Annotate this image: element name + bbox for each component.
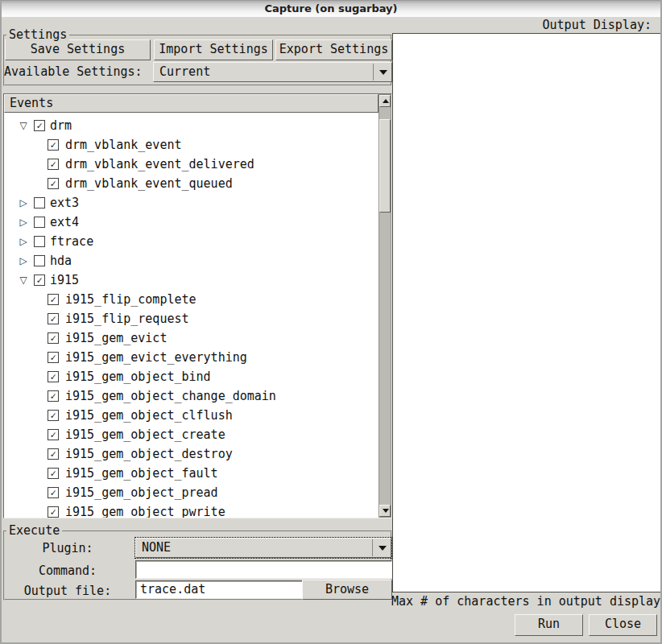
event-tree-row[interactable]: ✓ i915_flip_complete — [4, 290, 379, 309]
expander-icon[interactable]: ▷ — [18, 197, 29, 208]
expander-icon[interactable]: ▷ — [18, 255, 29, 266]
event-tree-row[interactable]: ✓ drm_vblank_event_delivered — [4, 155, 379, 174]
plugin-combobox[interactable]: NONE — [135, 538, 391, 558]
scroll-up-button[interactable] — [379, 95, 391, 107]
event-checkbox[interactable]: ✓ — [48, 371, 59, 382]
event-label: i915 — [50, 273, 79, 287]
event-checkbox[interactable]: ✓ — [34, 275, 45, 286]
scrollbar-thumb[interactable] — [379, 119, 391, 213]
event-label: i915_gem_evict_everything — [65, 350, 247, 365]
plugin-value: NONE — [142, 539, 171, 556]
event-tree-row[interactable]: ✓ i915_gem_object_destroy — [4, 444, 379, 464]
event-checkbox[interactable] — [34, 197, 45, 208]
event-label: i915_gem_evict — [65, 331, 167, 345]
event-tree-row[interactable]: ✓ i915_gem_object_change_domain — [4, 386, 379, 406]
event-checkbox[interactable]: ✓ — [48, 139, 59, 151]
event-checkbox[interactable]: ✓ — [48, 410, 59, 421]
event-checkbox[interactable] — [34, 217, 45, 228]
plugin-dropdown-arrow-zone — [372, 539, 391, 556]
event-checkbox[interactable] — [34, 255, 45, 266]
settings-frame-label: Settings — [6, 28, 69, 41]
output-display-label: Output Display: — [404, 19, 652, 32]
output-display-textview[interactable] — [392, 33, 660, 592]
event-tree-row[interactable]: ✓ i915_flip_request — [4, 309, 379, 328]
export-settings-button[interactable]: Export Settings — [275, 39, 392, 60]
event-label: i915_gem_object_fault — [65, 466, 218, 481]
event-checkbox[interactable]: ✓ — [48, 294, 59, 305]
event-checkbox[interactable]: ✓ — [48, 448, 59, 460]
event-checkbox[interactable]: ✓ — [48, 390, 59, 402]
event-checkbox[interactable]: ✓ — [48, 487, 59, 498]
import-settings-button[interactable]: Import Settings — [154, 39, 273, 60]
max-chars-label: Max # of characters in output display — [391, 595, 660, 609]
event-checkbox[interactable]: ✓ — [48, 178, 59, 189]
event-label: ext4 — [50, 215, 79, 229]
available-settings-value: Current — [159, 63, 210, 80]
execute-frame-label: Execute — [6, 524, 62, 537]
event-label: i915_gem_object_create — [65, 427, 225, 442]
window-title: Capture (on sugarbay) — [264, 2, 397, 14]
event-tree-row[interactable]: ✓ i915_gem_object_clflush — [4, 406, 379, 425]
event-label: drm_vblank_event_queued — [65, 176, 233, 191]
event-label: i915_flip_complete — [65, 292, 197, 307]
event-tree-row[interactable]: ✓ i915_gem_evict — [4, 328, 379, 348]
event-checkbox[interactable]: ✓ — [48, 429, 59, 440]
expander-icon[interactable]: ▷ — [18, 236, 29, 247]
event-checkbox[interactable] — [34, 236, 45, 247]
run-button[interactable]: Run — [515, 614, 583, 636]
event-tree-row[interactable]: ▷ ext4 — [4, 213, 379, 232]
event-tree-row[interactable]: ▷ ext3 — [4, 193, 379, 213]
event-tree-row[interactable]: ✓ i915_gem_object_pread — [4, 483, 379, 502]
available-settings-combobox[interactable]: Current — [153, 62, 392, 82]
event-label: ftrace — [50, 234, 93, 249]
output-file-input[interactable]: trace.dat — [135, 580, 303, 599]
browse-button[interactable]: Browse — [302, 580, 392, 600]
scroll-down-button[interactable] — [379, 505, 391, 517]
event-label: i915_gem_object_pwrite — [65, 505, 225, 518]
event-label: i915_flip_request — [65, 312, 189, 326]
event-tree-row[interactable]: ✓ i915_gem_evict_everything — [4, 348, 379, 367]
event-checkbox[interactable]: ✓ — [48, 506, 59, 518]
titlebar[interactable]: Capture (on sugarbay) — [2, 1, 660, 17]
arrow-down-icon — [383, 509, 389, 513]
event-tree-row[interactable]: ✓ drm_vblank_event — [4, 135, 379, 155]
event-label: drm — [50, 118, 72, 133]
event-checkbox[interactable]: ✓ — [48, 313, 59, 324]
close-button[interactable]: Close — [589, 614, 657, 636]
event-label: i915_gem_object_pread — [65, 485, 218, 500]
event-tree-row[interactable]: ▽ ✓ drm — [4, 116, 379, 135]
event-checkbox[interactable]: ✓ — [34, 120, 45, 131]
output-file-label: Output file: — [3, 584, 132, 598]
expander-icon[interactable]: ▽ — [18, 275, 29, 286]
event-checkbox[interactable]: ✓ — [48, 352, 59, 363]
capture-window: Capture (on sugarbay) Output Display: Ma… — [0, 0, 662, 644]
event-tree-row[interactable]: ✓ i915_gem_object_bind — [4, 367, 379, 386]
event-label: hda — [50, 254, 72, 268]
event-tree-row[interactable]: ✓ drm_vblank_event_queued — [4, 174, 379, 193]
event-tree-row[interactable]: ▷ ftrace — [4, 232, 379, 251]
command-input[interactable] — [135, 560, 392, 579]
event-tree-row[interactable]: ✓ i915_gem_object_fault — [4, 464, 379, 483]
event-label: drm_vblank_event_delivered — [65, 157, 254, 171]
event-checkbox[interactable]: ✓ — [48, 159, 59, 170]
expander-icon[interactable]: ▷ — [18, 217, 29, 228]
events-panel: Events ▽ ✓ drm ✓ drm_vblank_event ✓ drm_… — [3, 93, 392, 518]
event-checkbox[interactable]: ✓ — [48, 332, 59, 344]
events-list: ▽ ✓ drm ✓ drm_vblank_event ✓ drm_vblank_… — [4, 113, 379, 518]
event-label: i915_gem_object_bind — [65, 369, 211, 384]
save-settings-button[interactable]: Save Settings — [5, 39, 151, 60]
command-label: Command: — [3, 564, 132, 578]
event-label: ext3 — [50, 196, 79, 210]
dropdown-arrow-zone — [373, 64, 391, 80]
events-column-header[interactable]: Events — [4, 94, 379, 113]
event-tree-row[interactable]: ✓ i915_gem_object_pwrite — [4, 502, 379, 518]
events-scrollbar[interactable] — [379, 94, 391, 518]
expander-icon[interactable]: ▽ — [18, 120, 29, 131]
available-settings-label: Available Settings: — [4, 64, 143, 79]
event-tree-row[interactable]: ▽ ✓ i915 — [4, 270, 379, 290]
plugin-label: Plugin: — [3, 541, 132, 555]
event-tree-row[interactable]: ▷ hda — [4, 251, 379, 270]
event-tree-row[interactable]: ✓ i915_gem_object_create — [4, 425, 379, 444]
event-label: i915_gem_object_clflush — [65, 408, 233, 423]
event-checkbox[interactable]: ✓ — [48, 468, 59, 479]
